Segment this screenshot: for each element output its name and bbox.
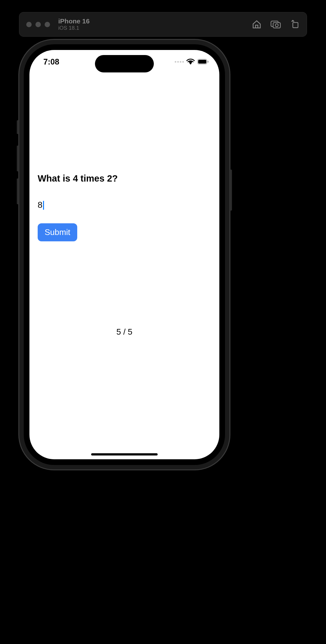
side-button-volume-up <box>17 146 19 171</box>
simulator-device-info: iPhone 16 iOS 18.1 <box>58 17 90 32</box>
simulator-device-name: iPhone 16 <box>58 17 90 25</box>
rotate-icon[interactable] <box>290 19 300 29</box>
app-content: What is 4 times 2? Submit 5 / 5 <box>29 69 219 459</box>
answer-field-wrap[interactable] <box>38 200 211 210</box>
svg-rect-3 <box>293 22 298 28</box>
dynamic-island <box>95 55 154 72</box>
quiz-progress: 5 / 5 <box>29 327 219 337</box>
iphone-device-frame: 7:08 What is 4 times 2? <box>24 44 225 465</box>
home-icon[interactable] <box>252 19 262 29</box>
text-caret <box>43 201 44 210</box>
side-button-volume-down <box>17 178 19 204</box>
window-close-dot[interactable] <box>26 22 32 27</box>
window-minimize-dot[interactable] <box>35 22 41 27</box>
window-zoom-dot[interactable] <box>45 22 50 27</box>
simulator-os-version: iOS 18.1 <box>58 25 90 31</box>
quiz-question: What is 4 times 2? <box>38 173 211 184</box>
submit-button[interactable]: Submit <box>38 223 77 241</box>
window-traffic-lights[interactable] <box>26 22 50 27</box>
svg-rect-1 <box>273 22 280 28</box>
screenshot-icon[interactable] <box>271 19 281 29</box>
simulator-toolbar: iPhone 16 iOS 18.1 <box>19 12 307 37</box>
side-button-silent <box>17 120 19 134</box>
answer-input[interactable] <box>38 200 211 210</box>
home-indicator[interactable] <box>91 453 158 455</box>
side-button-power <box>230 170 232 211</box>
device-screen: 7:08 What is 4 times 2? <box>29 50 219 459</box>
